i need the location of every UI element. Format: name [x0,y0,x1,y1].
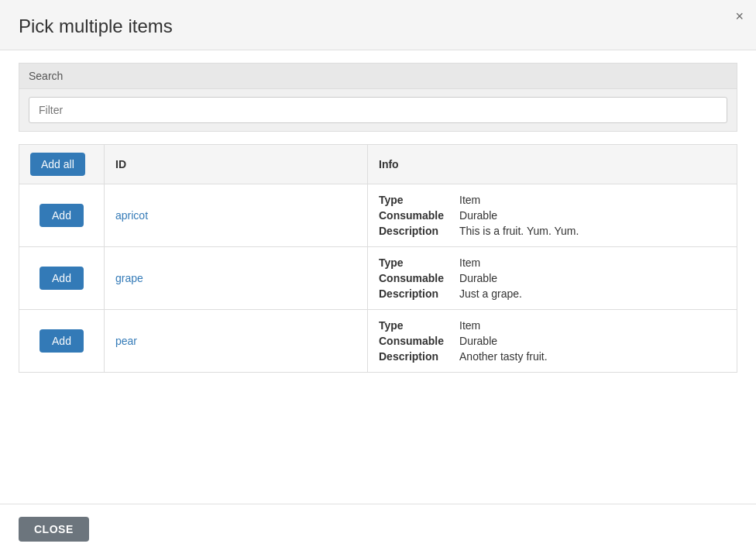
table-row: Addgrape Type Item Consumable Durable De… [19,247,737,310]
consumable-value: Durable [459,335,726,347]
add-item-button[interactable]: Add [40,204,84,227]
item-id-link[interactable]: pear [115,335,137,347]
item-info-cell: Type Item Consumable Durable Description… [368,247,737,310]
col-header-info: Info [368,145,737,184]
filter-input[interactable] [29,97,727,123]
item-info-cell: Type Item Consumable Durable Description… [368,184,737,247]
add-item-button[interactable]: Add [40,267,84,290]
consumable-value: Durable [459,272,726,284]
consumable-key: Consumable [379,209,444,222]
item-id-link[interactable]: apricot [115,209,148,222]
info-grid: Type Item Consumable Durable Description… [379,256,726,300]
table-row: Addapricot Type Item Consumable Durable … [19,184,737,247]
search-section: Search [19,63,737,132]
info-grid: Type Item Consumable Durable Description… [379,194,726,237]
add-item-button[interactable]: Add [40,329,84,353]
table-row: Addpear Type Item Consumable Durable Des… [19,310,737,373]
add-button-cell: Add [19,184,105,247]
col-header-addall: Add all [19,145,105,184]
close-x-button[interactable]: × [735,9,744,23]
dialog-footer: CLOSE [0,504,756,554]
description-value: This is a fruit. Yum. Yum. [459,225,726,237]
item-id-link[interactable]: grape [115,272,143,284]
search-input-wrap [19,89,737,131]
type-value: Item [459,194,726,206]
description-key: Description [379,287,444,300]
item-info-cell: Type Item Consumable Durable Description… [368,310,737,373]
consumable-value: Durable [459,209,726,222]
add-button-cell: Add [19,247,105,310]
item-id-cell: apricot [105,184,368,247]
dialog-body: Search Add all ID Info Addapricot Type [0,50,756,504]
dialog-header: Pick multiple items × [0,0,756,50]
type-key: Type [379,256,444,269]
close-button[interactable]: CLOSE [19,517,89,542]
item-id-cell: grape [105,247,368,310]
item-id-cell: pear [105,310,368,373]
consumable-key: Consumable [379,272,444,284]
type-key: Type [379,194,444,206]
table-header-row: Add all ID Info [19,145,737,184]
dialog: Pick multiple items × Search Add all ID … [0,0,756,554]
description-key: Description [379,350,444,363]
items-table: Add all ID Info Addapricot Type Item Con… [19,144,737,373]
type-value: Item [459,256,726,269]
description-value: Just a grape. [459,287,726,300]
add-button-cell: Add [19,310,105,373]
type-value: Item [459,319,726,332]
description-value: Another tasty fruit. [459,350,726,363]
consumable-key: Consumable [379,335,444,347]
info-grid: Type Item Consumable Durable Description… [379,319,726,363]
add-all-button[interactable]: Add all [30,153,85,176]
search-label: Search [19,64,737,89]
col-header-id: ID [105,145,368,184]
type-key: Type [379,319,444,332]
description-key: Description [379,225,444,237]
dialog-title: Pick multiple items [19,15,737,37]
